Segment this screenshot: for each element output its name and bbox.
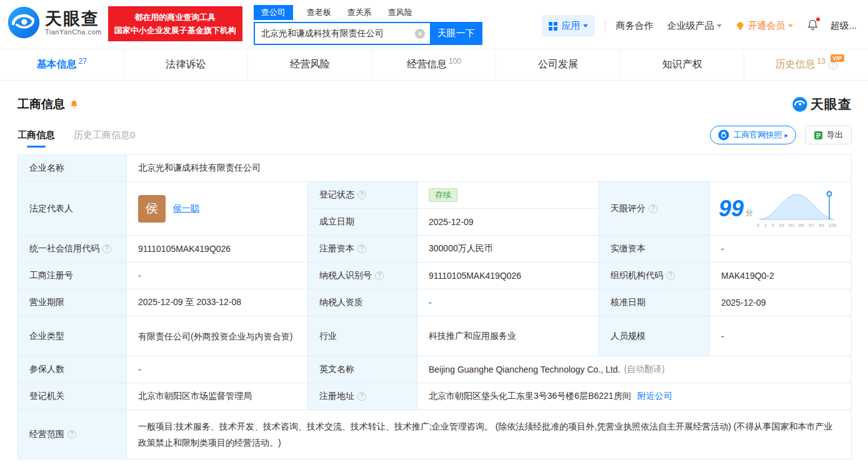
tab-intellectual-property[interactable]: 知识产权 — [621, 49, 745, 80]
brand-logo-icon — [6, 5, 41, 40]
field-label: 实缴资本 — [599, 236, 710, 263]
field-label: 纳税人识别号 ? — [308, 263, 417, 289]
field-label: 纳税人资质 — [308, 289, 417, 316]
field-label: 企业类型 — [18, 316, 127, 356]
tab-label: 历史信息 — [776, 58, 816, 71]
tab-operational-risk[interactable]: 经营风险 — [248, 49, 372, 80]
help-icon[interactable]: ? — [67, 430, 76, 439]
subtab-business-registration[interactable]: 工商信息 — [17, 129, 55, 141]
notification-bell[interactable] — [807, 19, 819, 33]
tab-company-development[interactable]: 公司发展 — [496, 49, 621, 80]
apps-button[interactable]: 应用 — [542, 15, 595, 37]
divider — [605, 20, 606, 33]
label-text: 英文名称 — [319, 364, 354, 375]
search-tab-boss[interactable]: 查老板 — [307, 7, 331, 18]
label-text: 纳税人识别号 — [319, 270, 372, 281]
tick: 15 — [779, 223, 784, 228]
value-text: 一般项目:技术服务、技术开发、技术咨询、技术交流、技术转让、技术推广;企业管理咨… — [138, 418, 840, 451]
label-text: 组织机构代码 — [611, 270, 663, 281]
label-text: 登记状态 — [319, 189, 354, 201]
reg-address-value: 北京市朝阳区垡头化工东里3号36号楼6层B6221房间 附近公司 — [417, 383, 851, 410]
section-title: 工商信息 — [17, 96, 79, 113]
help-icon[interactable]: ? — [357, 392, 366, 401]
subtab-history-registration[interactable]: 历史工商信息0 — [74, 129, 135, 141]
vip-badge: VIP — [831, 54, 845, 62]
value-text: 300000万人民币 — [429, 243, 493, 254]
reg-capital-value: 300000万人民币 — [417, 236, 599, 263]
nearby-companies-link[interactable]: 附近公司 — [637, 391, 672, 402]
tab-label: 经营信息 — [407, 58, 447, 71]
value-text: 91110105MAK419Q026 — [429, 271, 521, 281]
tick: 100 — [829, 223, 837, 228]
brand-logo[interactable]: 天眼查 TianYanCha.com — [6, 5, 102, 40]
field-label: 注册地址 ? — [308, 383, 417, 410]
tab-business-info[interactable]: 经营信息 100 — [372, 49, 497, 80]
help-icon[interactable]: ? — [649, 204, 657, 213]
tick: 97 — [809, 223, 814, 228]
industry-value: 科技推广和应用服务业 — [417, 316, 599, 356]
value-text: - — [721, 244, 724, 254]
nav-open-vip[interactable]: 开通会员 — [736, 20, 793, 32]
help-icon[interactable]: ? — [375, 271, 384, 280]
search-tab-risk[interactable]: 查风险 — [388, 7, 412, 18]
help-icon[interactable]: ? — [102, 244, 111, 253]
field-label: 核准日期 — [599, 289, 710, 316]
tab-count: 13 — [817, 57, 826, 66]
diamond-icon — [736, 22, 745, 31]
business-info-table: 企业名称 北京光和谦成科技有限责任公司 法定代表人 侯 侯一聪 登记状态 ? 存… — [17, 154, 852, 459]
approval-date-value: 2025-12-09 — [710, 289, 851, 316]
label-text: 成立日期 — [319, 216, 354, 228]
value-text: 2025-12-09 — [721, 298, 766, 308]
tab-basic-info[interactable]: 基本信息 27 — [0, 49, 124, 80]
brand-domain: TianYanCha.com — [45, 28, 102, 36]
snapshot-label: 工商官网快照 — [733, 129, 782, 141]
value-text: Beijing Guanghe Qiancheng Technology Co.… — [429, 364, 620, 374]
search-tab-company[interactable]: 查公司 — [254, 5, 293, 20]
tab-label: 知识产权 — [662, 58, 702, 71]
nav-super-vip[interactable]: 超级... — [830, 20, 857, 32]
help-icon[interactable]: ? — [666, 271, 675, 280]
value-text: 北京市朝阳区垡头化工东里3号36号楼6层B6221房间 — [429, 391, 631, 402]
tab-history-info[interactable]: VIP 历史信息 13 ? — [744, 49, 868, 80]
tick: 99 — [819, 223, 824, 228]
company-type-value: 有限责任公司(外商投资企业与内资合资) — [127, 316, 308, 356]
field-label: 注册资本 ? — [308, 236, 417, 263]
label-text: 人员规模 — [611, 331, 646, 342]
search-tab-relation[interactable]: 查关系 — [347, 7, 372, 18]
label-text: 登记机关 — [29, 391, 64, 402]
value-text: - — [721, 331, 724, 341]
tab-legal-proceedings[interactable]: 法律诉讼 — [124, 49, 249, 80]
business-scope-value: 一般项目:技术服务、技术开发、技术咨询、技术交流、技术转让、技术推广;企业管理咨… — [127, 410, 851, 459]
tick: 85 — [799, 223, 804, 228]
clear-icon[interactable]: ✕ — [415, 29, 425, 39]
value-text: 2025-12-09 — [429, 217, 474, 227]
field-label: 登记机关 — [18, 383, 127, 410]
label-text: 经营范围 — [29, 429, 64, 440]
snapshot-button[interactable]: 工商官网快照 ▸ — [710, 126, 796, 144]
top-header: 天眼查 TianYanCha.com 都在用的商业查询工具 国家中小企业发展子基… — [0, 0, 868, 49]
brand-title: 天眼查 — [45, 9, 102, 28]
field-label: 天眼评分 ? — [599, 182, 710, 236]
help-icon[interactable]: ? — [357, 191, 366, 199]
help-icon[interactable]: ? — [357, 244, 366, 253]
chevron-right-icon: ▸ — [784, 131, 788, 139]
label-text: 法定代表人 — [29, 203, 73, 214]
search-button[interactable]: 天眼一下 — [430, 22, 482, 45]
label-text: 统一社会信用代码 — [29, 243, 99, 254]
nav-enterprise-product[interactable]: 企业级产品 — [667, 20, 722, 32]
nav-enterprise-label: 企业级产品 — [667, 20, 714, 32]
field-label: 人员规模 — [599, 316, 710, 356]
english-name-value: Beijing Guanghe Qiancheng Technology Co.… — [417, 356, 851, 383]
caret-down-icon — [717, 24, 722, 28]
label-text: 注册地址 — [319, 391, 354, 402]
avatar[interactable]: 侯 — [138, 195, 166, 223]
label-text: 纳税人资质 — [319, 297, 363, 308]
section-title-text: 工商信息 — [17, 96, 65, 113]
value-text: - — [429, 298, 432, 308]
legal-rep-link[interactable]: 侯一聪 — [173, 203, 199, 214]
tab-label: 法律诉讼 — [166, 58, 206, 71]
score-value: 99 分 0 1 3 15 50 85 97 99 100 — [710, 182, 851, 236]
search-input[interactable] — [255, 29, 415, 39]
export-button[interactable]: 导出 — [805, 126, 852, 144]
nav-business-coop[interactable]: 商务合作 — [616, 20, 653, 32]
